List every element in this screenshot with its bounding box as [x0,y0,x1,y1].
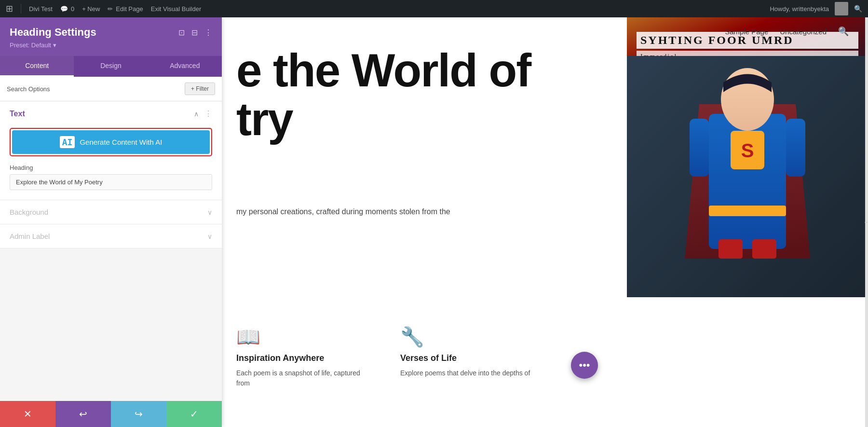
inspiration-title: Inspiration Anywhere [236,353,324,363]
background-section-title: Background [10,208,48,216]
divider [21,4,21,14]
admin-bar: ⊞ Divi Test 💬 0 + New ✏ Edit Page Exit V… [0,0,868,17]
text-section-title: Text [10,110,25,118]
verses-text: Explore poems that delve into the depths… [400,368,530,378]
svg-rect-5 [709,206,786,216]
text-section-content: AI Generate Content With AI Heading [0,126,222,200]
text-section: Text ∧ ⋮ AI Generate Content With AI [0,101,222,200]
wp-logo-icon[interactable]: ⊞ [6,3,13,14]
text-more-icon[interactable]: ⋮ [204,109,212,118]
close-button[interactable]: ✕ [0,401,55,427]
superman-svg: S [627,56,868,297]
text-section-header[interactable]: Text ∧ ⋮ [0,101,222,126]
resize-handle[interactable]: ⋮ [865,17,868,427]
hero-heading-line2: try [236,95,617,144]
panel-title: Heading Settings [10,26,96,39]
heading-field-group: Heading [10,164,212,190]
layout-icon-button[interactable]: ⊟ [191,28,198,37]
generate-ai-button[interactable]: AI Generate Content With AI [12,130,210,154]
bottom-icons-section: 📖 Inspiration Anywhere Each poem is a sn… [236,326,854,388]
search-input[interactable] [7,85,181,93]
tab-design[interactable]: Design [74,56,148,77]
inspiration-text: Each poem is a snapshot of life, capture… [236,368,371,388]
more-icon-button[interactable]: ⋮ [204,28,212,37]
floating-action-button[interactable]: ••• [571,352,598,379]
hero-image: SYHTING FOOR UMRD Immardial tho write fn… [627,17,868,297]
hero-heading-line1: e the World of [236,46,617,95]
avatar [835,2,848,15]
exit-builder-link[interactable]: Exit Visual Builder [151,5,202,13]
admin-label-chevron-icon: ∨ [207,233,212,240]
site-nav: Sample Page Uncategorized 🔍 [222,17,868,45]
nav-uncategorized[interactable]: Uncategorized [780,28,827,36]
comment-icon[interactable]: 💬 0 [60,5,74,13]
comment-bubble-icon: 💬 [60,5,68,13]
frame-icon-button[interactable]: ⊡ [178,28,185,37]
tab-advanced[interactable]: Advanced [148,56,222,77]
verses-title: Verses of Life [400,353,457,363]
admin-label-title: Admin Label [10,232,50,240]
panel-tabs: Content Design Advanced [0,56,222,77]
panel-header-icons: ⊡ ⊟ ⋮ [178,28,212,37]
page-wrapper: Heading Settings ⊡ ⊟ ⋮ Preset: Default ▾… [0,17,868,427]
hero-image-inner: SYHTING FOOR UMRD Immardial tho write fn… [627,17,868,297]
ai-button-wrapper: AI Generate Content With AI [10,128,212,156]
background-chevron-icon: ∨ [207,208,212,216]
svg-text:S: S [741,140,754,161]
new-link[interactable]: + New [82,5,100,13]
redo-button[interactable]: ↪ [111,401,166,427]
preset-selector[interactable]: Preset: Default ▾ [10,41,56,49]
pencil-icon: ✏ [108,5,113,13]
edit-page-link[interactable]: ✏ Edit Page [108,5,143,13]
ai-button-label: Generate Content With AI [80,138,162,146]
action-bar: ✕ ↩ ↪ ✓ [0,401,222,427]
background-section[interactable]: Background ∨ [0,200,222,224]
text-chevron-icon: ∧ [194,110,199,118]
svg-rect-6 [719,239,743,259]
svg-rect-7 [752,239,776,259]
save-button[interactable]: ✓ [166,401,222,427]
panel-body: + Filter Text ∧ ⋮ AI Generate Co [0,77,222,401]
svg-rect-9 [786,119,805,177]
tool-icon: 🔧 [400,326,424,348]
admin-search-icon[interactable]: 🔍 [854,5,862,13]
tab-content[interactable]: Content [0,56,74,77]
site-name-link[interactable]: Divi Test [29,5,53,13]
panel-header: Heading Settings ⊡ ⊟ ⋮ Preset: Default ▾ [0,17,222,56]
admin-bar-right: Howdy, writtenbyekta 🔍 [770,2,862,15]
nav-sample-page[interactable]: Sample Page [725,28,768,36]
book-icon: 📖 [236,326,260,348]
howdy-text: Howdy, writtenbyekta [770,5,829,13]
heading-label: Heading [10,164,212,171]
undo-button[interactable]: ↩ [55,401,111,427]
panel-header-top: Heading Settings ⊡ ⊟ ⋮ [10,26,212,39]
admin-label-section[interactable]: Admin Label ∨ [0,224,222,248]
heading-input[interactable] [10,174,212,190]
search-bar: + Filter [0,77,222,101]
hero-heading: e the World of try [236,46,617,144]
filter-button[interactable]: + Filter [185,83,215,95]
hero-subtext: my personal creations, crafted during mo… [236,206,617,218]
text-section-controls: ∧ ⋮ [194,109,212,118]
comment-count: 0 [71,5,74,13]
resize-dots-icon: ⋮ [864,220,868,225]
svg-rect-8 [690,119,709,177]
settings-panel: Heading Settings ⊡ ⊟ ⋮ Preset: Default ▾… [0,17,222,427]
bottom-icon-item-1: 🔧 Verses of Life Explore poems that delv… [400,326,530,388]
bottom-icon-item-0: 📖 Inspiration Anywhere Each poem is a sn… [236,326,371,388]
ai-icon: AI [60,136,75,148]
site-search-icon[interactable]: 🔍 [838,26,849,37]
main-content: Sample Page Uncategorized 🔍 e the World … [222,17,868,427]
